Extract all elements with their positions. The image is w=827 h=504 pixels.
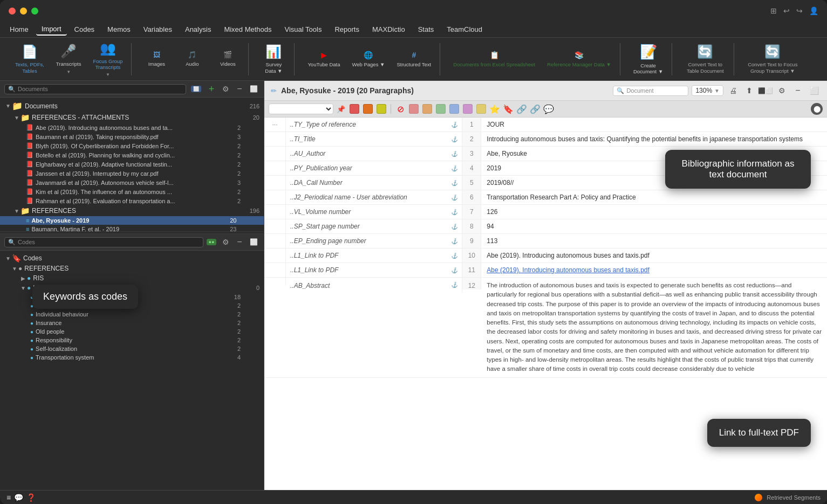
field-anchor-12[interactable]: ⚓ — [451, 282, 457, 288]
anno-highlight2[interactable] — [421, 103, 433, 115]
row-field-9[interactable]: ..EP_Ending page number ⚓ — [286, 234, 462, 248]
row-field-7[interactable]: ..VL_Volume number ⚓ — [286, 205, 462, 219]
compare-icon[interactable]: ⬛⬜ — [759, 84, 772, 97]
row-value-11[interactable]: Abe (2019). Introducing autonomous buses… — [481, 263, 827, 277]
anno-color3-btn[interactable] — [375, 103, 387, 115]
doc-minus-icon[interactable]: − — [791, 84, 804, 97]
menu-teamcloud[interactable]: TeamCloud — [441, 24, 488, 35]
fullscreen-button[interactable] — [31, 8, 38, 15]
code-selector[interactable] — [269, 103, 333, 114]
anno-star-btn[interactable]: ⭐ — [489, 103, 501, 115]
docs-excel-button[interactable]: 📋 Documents from Excel Spreadsheet — [449, 49, 539, 70]
anno-highlight3[interactable] — [435, 103, 447, 115]
anno-color1-btn[interactable] — [348, 103, 360, 115]
row-options-4[interactable] — [264, 161, 286, 175]
menu-analysis[interactable]: Analysis — [180, 24, 216, 35]
menu-codes[interactable]: Codes — [69, 24, 100, 35]
codes-keywords[interactable]: ▼ ● KEYWORDS 0 Keywords as codes — [0, 283, 264, 293]
create-document-button[interactable]: 📝 CreateDocument ▼ — [629, 42, 667, 77]
field-anchor-11[interactable]: ⚓ — [451, 267, 457, 273]
structured-text-button[interactable]: # Structured Text — [392, 49, 435, 70]
menu-home[interactable]: Home — [4, 24, 34, 35]
row-field-2[interactable]: ..TI_Title ⚓ — [286, 132, 462, 146]
doc-baumann-2019[interactable]: ≡ Baumann, Martina F. et al. - 2019 23 — [0, 225, 264, 232]
field-anchor-4[interactable]: ⚓ — [451, 165, 457, 171]
doc-settings-icon[interactable]: ⚙ — [775, 84, 788, 97]
doc-kim-pdf[interactable]: 📕 Kim et al (2019). The influence of an … — [0, 187, 264, 196]
menu-import[interactable]: Import — [36, 23, 67, 36]
row-options-6[interactable] — [264, 190, 286, 204]
field-anchor-6[interactable]: ⚓ — [451, 195, 457, 201]
web-pages-button[interactable]: 🌐 Web Pages ▼ — [347, 49, 389, 70]
refs-attachments-folder[interactable]: ▼ 📁 REFERENCES - ATTACHMENTS 20 — [0, 112, 264, 123]
help-icon[interactable]: ❓ — [26, 493, 36, 502]
documents-search[interactable]: 🔍 Documents — [4, 84, 186, 94]
texts-pdfs-button[interactable]: 📄 Texts, PDFs,Tables — [11, 42, 49, 76]
row-field-12[interactable]: ..AB_Abstract ⚓ — [286, 278, 462, 293]
anno-red-btn[interactable]: ⊘ — [394, 103, 406, 115]
doc-botello-pdf[interactable]: 📕 Botello et al (2019). Planning for wal… — [0, 150, 264, 160]
codes-minus-btn[interactable]: − — [234, 236, 245, 248]
code-responsibility[interactable]: ● Responsibility 2 — [0, 336, 264, 344]
codes-toggle-btn[interactable]: ●● — [206, 236, 217, 248]
codes-root[interactable]: ▼ 🔖 Codes — [0, 253, 264, 264]
doc-janssen-pdf[interactable]: 📕 Janssen et al (2019). Interrupted by m… — [0, 169, 264, 178]
videos-button[interactable]: 🎬 Videos — [211, 49, 244, 69]
hamburger-icon[interactable]: ≡ — [6, 493, 11, 502]
images-button[interactable]: 🖼 Images — [140, 49, 173, 69]
row-field-4[interactable]: ..PY_Publication year ⚓ — [286, 161, 462, 175]
undo-icon[interactable]: ↩ — [783, 6, 790, 15]
youtube-button[interactable]: ▶ YouTube Data — [303, 49, 344, 70]
menu-memos[interactable]: Memos — [102, 24, 136, 35]
menu-mixed[interactable]: Mixed Methods — [218, 24, 277, 35]
row-field-11[interactable]: ..L1_Link to PDF ⚓ — [286, 263, 462, 277]
row-field-10[interactable]: ..L1_Link to PDF ⚓ — [286, 248, 462, 263]
anno-highlight5[interactable] — [462, 103, 474, 115]
anno-color2-btn[interactable] — [362, 103, 374, 115]
menu-maxdictio[interactable]: MAXDictio — [367, 24, 411, 35]
convert-focus-button[interactable]: 🔄 Convert Text to FocusGroup Transcript … — [743, 42, 802, 76]
code-old-people[interactable]: ● Old people 2 — [0, 327, 264, 336]
anno-comment-btn[interactable]: 💬 — [543, 103, 555, 115]
row-options-3[interactable] — [264, 147, 286, 161]
field-anchor-8[interactable]: ⚓ — [451, 224, 457, 230]
field-anchor-7[interactable]: ⚓ — [451, 209, 457, 215]
menu-visual[interactable]: Visual Tools — [279, 24, 327, 35]
audio-button[interactable]: 🎵 Audio — [176, 49, 208, 69]
doc-blyth-pdf[interactable]: 📕 Blyth (2019). Of Cyberliberation and F… — [0, 141, 264, 150]
convert-table-button[interactable]: 🔄 Convert Text toTable Document — [681, 42, 729, 76]
anno-chain-btn[interactable]: 🔗 — [516, 103, 528, 115]
row-field-8[interactable]: ..SP_Start page number ⚓ — [286, 219, 462, 233]
field-anchor-5[interactable]: ⚓ — [451, 180, 457, 186]
code-self-loc[interactable]: ● Self-localization 2 — [0, 344, 264, 353]
codes-search[interactable]: 🔍 Codes — [4, 237, 203, 247]
anno-toggle-btn[interactable]: ⬤ — [811, 103, 823, 115]
menu-reports[interactable]: Reports — [329, 24, 365, 35]
code-transport[interactable]: ● Transportation system 4 — [0, 353, 264, 362]
doc-javan-pdf[interactable]: 📕 Javanmardi et al (2019). Autonomous ve… — [0, 178, 264, 187]
doc-elghar-pdf[interactable]: 📕 Elgharbawy et al (2019). Adaptive func… — [0, 160, 264, 169]
row-field-1[interactable]: ..TY_Type of reference ⚓ — [286, 118, 462, 132]
code-individual[interactable]: ● Individual behaviour 2 — [0, 310, 264, 319]
survey-data-button[interactable]: 📊 SurveyData ▼ — [257, 42, 290, 76]
documents-root[interactable]: ▼ 📁 Documents 216 — [0, 100, 264, 112]
refs-folder[interactable]: ▼ 📁 REFERENCES 196 — [0, 205, 264, 216]
doc-search[interactable]: 🔍 Document — [613, 86, 688, 96]
doc-baumann-pdf[interactable]: 📕 Baumann et al (2019). Taking responsib… — [0, 132, 264, 141]
row-options-12[interactable] — [264, 278, 286, 285]
focus-group-button[interactable]: 👥 Focus GroupTranscripts ▼ — [88, 39, 127, 80]
doc-maximize-icon[interactable]: ⬜ — [808, 84, 821, 97]
export-icon[interactable]: ⬆ — [743, 84, 756, 97]
codes-expand-btn[interactable]: ⬜ — [248, 236, 259, 248]
menu-variables[interactable]: Variables — [138, 24, 177, 35]
row-options-5[interactable] — [264, 176, 286, 190]
row-field-6[interactable]: ..J2_Periodical name - User abbreviation… — [286, 190, 462, 204]
doc-filter-btn[interactable]: ⬜ — [188, 83, 203, 95]
ref-manager-button[interactable]: 📚 Reference Manager Data ▼ — [543, 49, 616, 70]
anno-highlight6[interactable] — [475, 103, 487, 115]
doc-rahman-pdf[interactable]: 📕 Rahman et al (2019). Evaluation of tra… — [0, 196, 264, 205]
codes-references[interactable]: ▼ ● REFERENCES — [0, 264, 264, 273]
anno-bookmark-btn[interactable]: 🔖 — [502, 103, 514, 115]
field-anchor-1[interactable]: ⚓ — [451, 122, 457, 128]
field-anchor-9[interactable]: ⚓ — [451, 238, 457, 244]
